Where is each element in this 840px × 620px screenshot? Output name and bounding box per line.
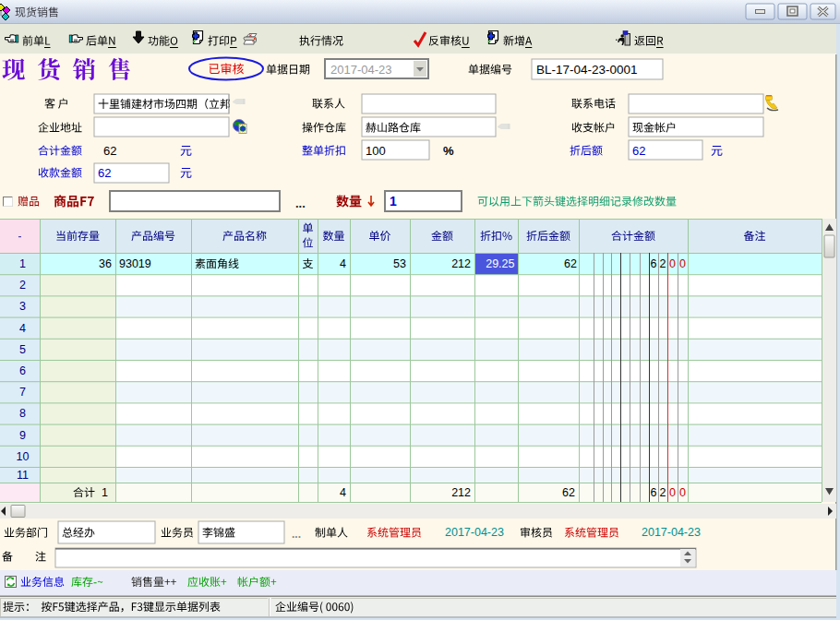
- svg-text:93019: 93019: [119, 257, 151, 270]
- svg-text:...: ...: [292, 528, 301, 541]
- svg-text:6: 6: [651, 257, 657, 270]
- svg-text:BL-17-04-23-0001: BL-17-04-23-0001: [536, 63, 638, 77]
- svg-text:5: 5: [19, 343, 26, 356]
- svg-text:0: 0: [669, 257, 676, 270]
- svg-text:4: 4: [19, 322, 26, 335]
- svg-text:4: 4: [340, 257, 346, 270]
- svg-text:6: 6: [651, 486, 657, 499]
- svg-text:0: 0: [679, 486, 686, 499]
- svg-text:53: 53: [393, 257, 406, 270]
- svg-text:2017-04-23: 2017-04-23: [330, 63, 392, 77]
- svg-text:11: 11: [17, 469, 29, 482]
- svg-text:212: 212: [451, 257, 471, 270]
- svg-text:2: 2: [660, 257, 666, 270]
- svg-text:%: %: [443, 144, 454, 158]
- svg-text:0: 0: [669, 486, 676, 499]
- svg-text:2017-04-23: 2017-04-23: [445, 526, 504, 539]
- svg-text:29.25: 29.25: [486, 257, 514, 270]
- svg-text:9: 9: [19, 429, 26, 442]
- svg-text:2: 2: [19, 279, 26, 292]
- svg-text:1: 1: [390, 194, 397, 209]
- svg-text:1: 1: [102, 486, 108, 499]
- svg-text:4: 4: [340, 486, 346, 499]
- svg-text:10: 10: [17, 450, 30, 463]
- svg-text:62: 62: [632, 144, 645, 158]
- svg-text:212: 212: [451, 486, 471, 499]
- svg-text:3: 3: [19, 300, 26, 313]
- svg-text:...: ...: [295, 197, 306, 210]
- svg-text:100: 100: [366, 144, 386, 158]
- svg-text:62: 62: [564, 257, 577, 270]
- svg-text:36: 36: [99, 257, 112, 270]
- svg-text:0: 0: [679, 257, 686, 270]
- svg-text:2: 2: [660, 486, 666, 499]
- svg-text:62: 62: [562, 486, 575, 499]
- svg-text:7: 7: [19, 386, 26, 399]
- svg-text:62: 62: [98, 166, 111, 180]
- svg-text:62: 62: [103, 144, 116, 158]
- svg-text:6: 6: [19, 364, 26, 377]
- svg-text:1: 1: [19, 257, 26, 270]
- svg-text:8: 8: [19, 407, 26, 420]
- svg-text:2017-04-23: 2017-04-23: [642, 526, 701, 539]
